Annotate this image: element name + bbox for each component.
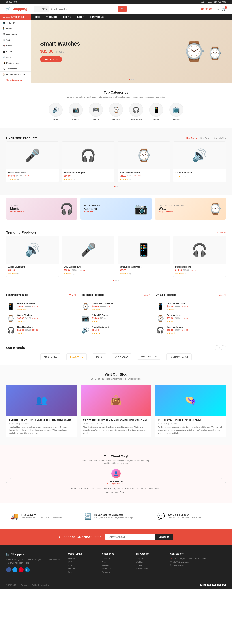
all-categories-button[interactable]: ☰ ALL CATEGORIES [0,14,31,20]
top-rated-product-2[interactable]: 📷 Nikon HD Camera $35.00$49.00 ★★★★☆ [81,312,151,324]
product-audio-equipment[interactable]: 🔊 Audio Equipment ★★★★☆(7) [173,141,226,182]
category-television[interactable]: 📺 Television [169,103,183,120]
promo-camera[interactable]: Up to 35% OFF Camera Shop Now 📷 [80,198,152,220]
tab-special-offer[interactable]: Special Offer [214,137,226,139]
brand-anfold[interactable]: ANFOLD [112,354,131,360]
testimonial-next-button[interactable]: › [220,478,226,484]
featured-product-3[interactable]: 🎧 Beat Headphone $15.00$38.0025% Off ★★★… [6,324,76,336]
category-camera[interactable]: 📷 Camera [69,103,83,120]
carousel-dot-2[interactable] [116,186,118,187]
blog-post-1[interactable]: 👥 4 Expert Tips On How To Choose The Rig… [6,385,77,437]
sidebar-item-watches[interactable]: ⌚Watches › [0,37,31,43]
logo[interactable]: 🛒 Shopping [6,7,31,11]
footer-cat-television[interactable]: Television [102,558,130,560]
footer-acc-tracking[interactable]: Order tracking [136,568,164,570]
promo-headphone-music[interactable]: Headphone Music Shop Collection 🎧 [6,198,77,220]
sidebar-item-audio[interactable]: 🔊Audio › [0,54,31,60]
sidebar-item-mobile-tablet[interactable]: 📲Mobile & Tablet › [0,60,31,66]
nav-products[interactable]: PRODUCTS [43,14,60,20]
footer-cat-watches[interactable]: Watches [102,564,130,566]
trending-dot-1[interactable] [113,280,115,281]
hero-dot-1[interactable] [129,79,130,80]
cart-button[interactable]: 🛒 1 [222,7,226,11]
trending-product-samsung[interactable]: 📱 Samsung Smart Phone $98.00 ★★★★★(5) [117,236,170,277]
category-mobile[interactable]: 📱 Mobile [149,103,163,120]
footer-cat-new-arrivals[interactable]: New Arrivals [102,571,130,573]
nav-contact[interactable]: CONTACT US [87,14,107,20]
linkedin-button[interactable]: in [25,567,30,572]
sidebar-item-headphone[interactable]: 🎧Headphone › [0,32,31,37]
hero-dot-3[interactable] [133,79,134,80]
trending-product-audio[interactable]: 🔊 Audio Equipment $51.00 ★★★★☆(3) [6,236,59,277]
nav-shop[interactable]: SHOP ▾ [60,14,74,20]
more-categories-button[interactable]: + + More Categories [0,77,31,83]
trending-dot-3[interactable] [117,280,119,281]
sidebar-item-home-audio[interactable]: 🏠Home Audio & Theater › [0,72,31,77]
featured-product-1[interactable]: 📱 Dual Camera 20MP $55.00$69.9925% Off ★… [6,301,76,312]
search-input[interactable] [49,6,118,12]
product-red-black-headphone[interactable]: 🎧 Red & Black Headphone $56.00 ★★★★☆(3) [62,141,115,182]
footer-link-about[interactable]: About Us [68,558,96,560]
nav-blog[interactable]: BLOG ▾ [74,14,87,20]
wishlist-button[interactable]: ♡ [217,7,220,11]
trending-view-all[interactable]: // View All [217,232,226,234]
category-audio[interactable]: 🔊 Audio [49,103,63,120]
on-sale-product-2[interactable]: ⌚ Smart Watches $35.00$49.0025% Off ★★★☆… [156,312,226,324]
trending-product-camera[interactable]: 🎤 Dual Camera 20MP $55.00 $69.99 25% Off… [62,236,115,277]
testimonial-prev-button[interactable]: ‹ [6,478,12,484]
tab-new-arrival[interactable]: New Arrival [186,137,197,139]
brand-fashion-live[interactable]: fashion LIVE [166,354,192,360]
footer-cat-best-seller[interactable]: Best Seller [102,568,130,570]
category-watches[interactable]: ⌚ Watches [109,103,123,120]
sidebar-item-accessories[interactable]: 🔌Accessories › [0,66,31,72]
top-rated-product-1[interactable]: ⌚ Smart Watch External $55.00$69.9927% O… [81,301,151,312]
product-dual-camera[interactable]: 🎤 Dual Camera 20MP $55.00 $69.99 25% Off… [6,141,59,182]
footer-acc-profile[interactable]: My profile [136,558,164,560]
nav-home[interactable]: HOME [31,14,43,20]
footer-link-faq[interactable]: FAQ [68,561,96,563]
footer-link-affiliates[interactable]: Affiliates [68,568,96,570]
tab-best-sellers[interactable]: Best Sellers [201,137,211,139]
footer-acc-orders[interactable]: Orders [136,564,164,566]
footer-acc-wishlist[interactable]: Wishlist [136,561,164,563]
newsletter-email-input[interactable] [106,534,155,540]
on-sale-product-3[interactable]: 🎧 Beat Headphone $15.00$38.0025% Off ★★★… [156,324,226,336]
facebook-button[interactable]: f [6,567,11,572]
top-rated-product-3[interactable]: 🔊 Audio Equipment $51.00 ★★★★★ [81,324,151,336]
trending-dot-2[interactable] [116,280,116,281]
footer-link-location[interactable]: Location [68,564,96,566]
on-sale-view-all[interactable]: View All [219,294,226,296]
hero-dot-2[interactable] [131,79,132,80]
sidebar-item-game[interactable]: 🎮Game › [0,43,31,49]
blog-post-2[interactable]: 👜 Sexy Clutches: How to Buy & Wear a Des… [81,385,151,437]
sidebar-item-mobile[interactable]: 📱Mobile › [0,26,31,32]
footer-cat-mobile[interactable]: Mobile [102,561,130,563]
brands-next-button[interactable]: › [221,345,226,350]
category-headphone[interactable]: 🎧 Headphone [129,103,143,120]
brand-sunshine[interactable]: Sunshine [66,354,87,360]
brand-automotive[interactable]: AUTOMOTIVE [137,354,160,360]
brands-prev-button[interactable]: ‹ [215,345,220,350]
trending-product-beat-headphone[interactable]: 🎧 Beat Headphone $15.00 $38.00 25% Off ★… [173,236,226,277]
sidebar-item-television[interactable]: 📺Television › [0,20,31,26]
brand-mestonix[interactable]: Mestonix [40,354,60,360]
carousel-dot-1[interactable] [114,186,116,187]
login-link[interactable]: Login [208,1,212,3]
search-button[interactable]: 🔍 [118,6,126,12]
top-rated-view-all[interactable]: View All [144,294,151,296]
newsletter-subscribe-button[interactable]: Subscribe [155,534,173,540]
brand-pure[interactable]: pure [93,354,106,360]
promo-watch[interactable]: Sale Offer 20% Off This Week Watch Shop … [155,198,226,220]
featured-product-2[interactable]: ⌚ Smart Watches $35.00$49.9925% Off ★★★☆… [6,312,76,324]
search-category-dropdown[interactable]: All Category [34,6,49,12]
on-sale-product-1[interactable]: 📱 Dual Camera 20MP $55.00$69.9935% Off ★… [156,301,226,312]
category-game[interactable]: 🎮 Game [89,103,103,120]
twitter-button[interactable]: t [12,567,17,572]
footer-link-contact[interactable]: Contact [68,571,96,573]
currency-selector[interactable]: USD [201,1,205,3]
hero-shop-now-button[interactable]: SHOP NOW [40,56,62,62]
blog-post-3[interactable]: 👒 The Top 2020 Handbag Trends to Know 06… [155,385,226,437]
product-smart-watch[interactable]: ⌚ Smart Watch External $55.00 $69.99 25%… [117,141,170,182]
sidebar-item-camera[interactable]: 📷Camera › [0,49,31,54]
pinterest-button[interactable]: p [18,567,23,572]
